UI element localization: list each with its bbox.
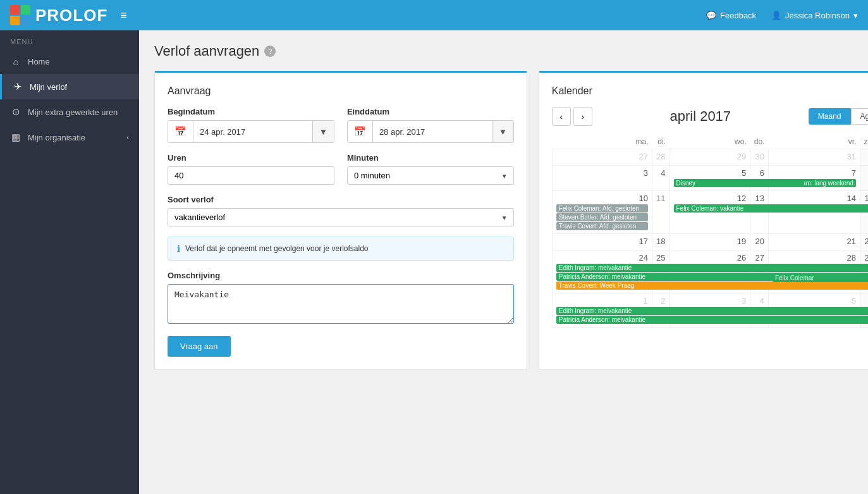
cal-day: 21	[768, 234, 860, 250]
cal-week-3: 10 Felix Coleman: Afd. gesloten Steven B…	[552, 191, 868, 234]
calendar-grid: ma. di. wo. do. vr. za. zo. 27	[552, 135, 868, 328]
date-row: Begindatum 📅 ▼ Einddatum 📅 ▼	[168, 107, 514, 143]
col-di: di.	[652, 135, 669, 149]
sidebar: MENU ⌂ Home ✈ Mijn verlof ⊙ Mijn extra g…	[0, 30, 139, 494]
sidebar-item-organisatie[interactable]: ▦ Mijn organisatie ‹	[0, 125, 139, 150]
cal-month-year: april 2017	[599, 108, 802, 125]
einddatum-dropdown[interactable]: ▼	[492, 121, 513, 142]
cal-event: Felix Coleman: vakantie	[674, 204, 868, 213]
einddatum-input[interactable]	[373, 123, 492, 140]
submit-button[interactable]: Vraag aan	[168, 336, 231, 357]
time-row: Uren Minuten 0 minuten 15 minuten 30 min…	[168, 153, 514, 185]
info-icon: ℹ	[177, 244, 180, 254]
calendar-title: Kalender	[552, 85, 868, 97]
cal-event: Steven Butler: Afd. gesloten	[556, 213, 648, 221]
cal-view-maand[interactable]: Maand	[809, 108, 851, 125]
cal-next-button[interactable]: ›	[573, 107, 592, 126]
col-ma: ma.	[552, 135, 652, 149]
cal-event-travis-praag: Travis Covert: Week Praag	[556, 281, 868, 290]
col-vr: vr.	[768, 135, 860, 149]
col-do: do.	[750, 135, 769, 149]
begindatum-input-group: 📅 ▼	[168, 120, 334, 143]
cal-day: 12 Felix Coleman: vakantie	[669, 191, 750, 234]
chevron-icon: ‹	[126, 133, 129, 141]
omschrijving-textarea[interactable]: Meivakantie	[168, 284, 514, 324]
cal-event: Edith Ingram: meivakantie	[556, 307, 868, 315]
einddatum-group: Einddatum 📅 ▼	[347, 107, 514, 143]
user-dropdown-icon: ▾	[853, 11, 858, 20]
calendar-icon-start: 📅	[168, 121, 193, 142]
main-content: Verlof aanvragen ? Aanvraag Begindatum 📅…	[139, 30, 868, 494]
feedback-icon: 💬	[706, 11, 716, 20]
omschrijving-group: Omschrijving Meivakantie	[168, 271, 514, 326]
logo: PROLOF	[10, 5, 107, 25]
org-icon: ▦	[10, 132, 21, 143]
begindatum-dropdown[interactable]: ▼	[312, 121, 334, 142]
col-za: za.	[860, 135, 868, 149]
user-menu[interactable]: 👤 Jessica Robinson ▾	[771, 11, 858, 20]
cal-event: Patricia Anderson: meivakantie	[556, 316, 868, 324]
minuten-label: Minuten	[347, 153, 514, 163]
help-icon[interactable]: ?	[264, 46, 276, 57]
sidebar-item-extra-uren[interactable]: ⊙ Mijn extra gewerkte uren	[0, 99, 139, 125]
sidebar-menu-label: MENU	[0, 30, 139, 49]
cal-day: 17	[552, 234, 652, 250]
cal-day: 29	[669, 149, 750, 166]
cal-week-2: 3 4 5 Disney 6 7 Edith Ingram: lang week…	[552, 166, 868, 191]
cal-day: 19	[669, 234, 750, 250]
sidebar-item-label: Mijn organisatie	[28, 133, 85, 142]
plane-icon: ✈	[12, 81, 23, 92]
cal-day: 3	[552, 166, 652, 191]
topnav: PROLOF ≡ 💬 Feedback 👤 Jessica Robinson ▾	[0, 0, 868, 30]
cal-day: 27	[552, 149, 652, 166]
uren-group: Uren	[168, 153, 334, 185]
cal-view-agenda[interactable]: Agenda	[851, 108, 868, 125]
uren-input[interactable]	[168, 166, 334, 185]
cal-event: Disney	[674, 179, 804, 187]
begindatum-input[interactable]	[193, 123, 312, 140]
cal-day: 1	[860, 149, 868, 166]
user-icon: 👤	[771, 11, 781, 20]
sidebar-item-label: Mijn extra gewerkte uren	[28, 108, 118, 117]
logo-icon	[10, 5, 30, 25]
cal-week-1: 27 28 29 30 31 1 2	[552, 149, 868, 166]
cal-event: Travis Covert: Afd. gesloten	[556, 222, 648, 230]
soort-select-wrapper: vakantieverlof bijzonder verlof zorgverl…	[168, 208, 514, 226]
minuten-select-wrapper: 0 minuten 15 minuten 30 minuten 45 minut…	[347, 166, 514, 185]
cal-day: 24 Edith Ingram: meivakantie Patricia An…	[552, 250, 652, 293]
cal-week-4: 17 18 19 20 21 22 23	[552, 234, 868, 250]
einddatum-input-group: 📅 ▼	[347, 120, 514, 143]
cal-day: 22	[860, 234, 868, 250]
info-text: Verlof dat je opneemt met gevolgen voor …	[185, 244, 369, 253]
soort-select[interactable]: vakantieverlof bijzonder verlof zorgverl…	[168, 208, 514, 226]
soort-label: Soort verlof	[168, 195, 514, 204]
sidebar-item-label: Mijn verlof	[30, 82, 67, 92]
einddatum-label: Einddatum	[347, 107, 514, 116]
cal-day: 5 Disney	[669, 166, 750, 191]
cal-day: 1 Edith Ingram: meivakantie Patricia And…	[552, 293, 652, 328]
col-wo: wo.	[669, 135, 750, 149]
cal-day: 30	[750, 149, 769, 166]
sidebar-item-home[interactable]: ⌂ Home	[0, 49, 139, 74]
cal-nav: ‹ ›	[552, 107, 592, 126]
cal-day: 8	[860, 166, 868, 191]
uren-label: Uren	[168, 153, 334, 163]
minuten-select[interactable]: 0 minuten 15 minuten 30 minuten 45 minut…	[347, 166, 514, 185]
cal-prev-button[interactable]: ‹	[552, 107, 571, 126]
cal-week-5: 24 Edith Ingram: meivakantie Patricia An…	[552, 250, 868, 293]
cal-event-edith-mei: Edith Ingram: meivakantie	[556, 264, 868, 272]
minuten-group: Minuten 0 minuten 15 minuten 30 minuten …	[347, 153, 514, 185]
clock-icon: ⊙	[10, 106, 21, 118]
cal-week-6: 1 Edith Ingram: meivakantie Patricia And…	[552, 293, 868, 328]
cal-day: 18	[652, 234, 669, 250]
cal-day: 28	[652, 149, 669, 166]
cal-day: 11	[652, 191, 669, 234]
begindatum-label: Begindatum	[168, 107, 334, 116]
calendar-icon-end: 📅	[348, 121, 373, 142]
hamburger-icon[interactable]: ≡	[120, 9, 127, 22]
cal-day: 4	[652, 166, 669, 191]
sidebar-item-mijn-verlof[interactable]: ✈ Mijn verlof	[0, 74, 139, 99]
soort-group: Soort verlof vakantieverlof bijzonder ve…	[168, 195, 514, 226]
aanvraag-title: Aanvraag	[168, 85, 514, 97]
feedback-button[interactable]: 💬 Feedback	[706, 11, 756, 20]
